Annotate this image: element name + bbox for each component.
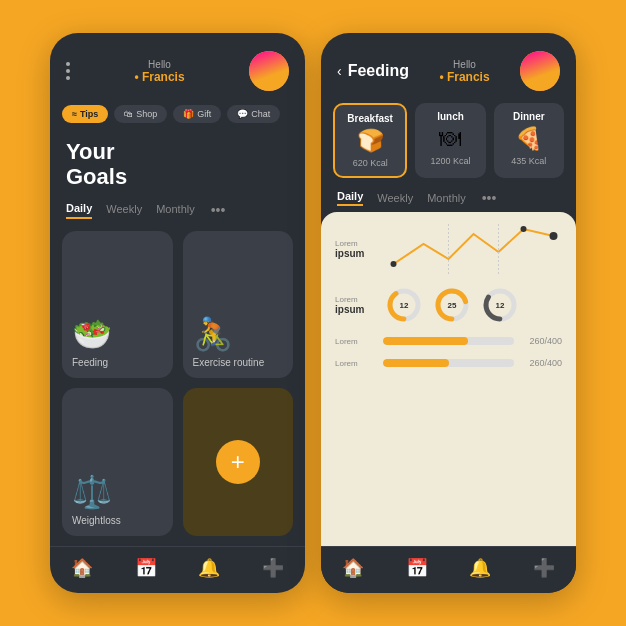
donut-label-sub: ipsum xyxy=(335,304,375,315)
donuts-group: 12 25 xyxy=(385,286,519,324)
nav-plus-icon[interactable]: ➕ xyxy=(262,557,284,579)
pill-chat[interactable]: 💬 Chat xyxy=(227,105,280,123)
gift-icon: 🎁 xyxy=(183,109,194,119)
tab-monthly[interactable]: Monthly xyxy=(156,203,195,218)
line-label-main: Lorem xyxy=(335,239,375,248)
pill-gift-label: Gift xyxy=(197,109,211,119)
avatar-2[interactable] xyxy=(520,51,560,91)
line-label-sub: ipsum xyxy=(335,248,375,259)
line-chart-svg xyxy=(385,224,562,274)
donut-3-val: 12 xyxy=(496,301,505,310)
donut-2-val: 25 xyxy=(448,301,457,310)
bar-2-value: 260/400 xyxy=(522,358,562,368)
lunch-name: lunch xyxy=(437,111,464,122)
breakfast-kcal: 620 Kcal xyxy=(353,158,388,168)
goal-card-feeding[interactable]: 🥗 Feeding xyxy=(62,231,173,379)
nav-home-icon[interactable]: 🏠 xyxy=(71,557,93,579)
nav-calendar-icon[interactable]: 📅 xyxy=(135,557,157,579)
nav-pills: ≈ Tips 🛍 Shop 🎁 Gift 💬 Chat xyxy=(50,99,305,129)
p2-nav-plus-icon[interactable]: ➕ xyxy=(533,557,555,579)
p2-tab-monthly[interactable]: Monthly xyxy=(427,192,466,204)
shop-icon: 🛍 xyxy=(124,109,133,119)
phone-2: ‹ Feeding Hello Francis Breakfast 🍞 620 … xyxy=(321,33,576,593)
goal-card-weightloss[interactable]: ⚖️ Weightloss xyxy=(62,388,173,536)
dinner-kcal: 435 Kcal xyxy=(511,156,546,166)
bottom-nav-1: 🏠 📅 🔔 ➕ xyxy=(50,546,305,593)
line-chart-row: Lorem ipsum xyxy=(335,224,562,274)
tab-daily[interactable]: Daily xyxy=(66,202,92,219)
tips-icon: ≈ xyxy=(72,109,77,119)
tab-more[interactable]: ••• xyxy=(211,202,226,218)
breakfast-name: Breakfast xyxy=(347,113,393,124)
line-chart-label: Lorem ipsum xyxy=(335,239,375,259)
weightloss-label: Weightloss xyxy=(72,515,121,526)
menu-dots[interactable] xyxy=(66,62,70,80)
bar-1-bg xyxy=(383,337,514,345)
goal-card-add[interactable]: + xyxy=(183,388,294,536)
dinner-name: Dinner xyxy=(513,111,545,122)
phones-container: Hello Francis ≈ Tips 🛍 Shop 🎁 Gift 💬 xyxy=(50,33,576,593)
goals-title: Your Goals xyxy=(50,129,305,194)
avatar-image xyxy=(249,51,289,91)
chart-area: Lorem ipsum Lorem ipsum xyxy=(321,212,576,546)
avatar[interactable] xyxy=(249,51,289,91)
donut-1: 12 xyxy=(385,286,423,324)
p2-nav-bell-icon[interactable]: 🔔 xyxy=(469,557,491,579)
feeding-title: Feeding xyxy=(348,62,409,80)
bar-2-fill xyxy=(383,359,449,367)
bar-1-fill xyxy=(383,337,468,345)
p2-tab-more[interactable]: ••• xyxy=(482,190,497,206)
goal-card-exercise[interactable]: 🚴 Exercise routine xyxy=(183,231,294,379)
weightloss-icon: ⚖️ xyxy=(72,473,112,511)
exercise-label: Exercise routine xyxy=(193,357,265,368)
pill-shop-label: Shop xyxy=(136,109,157,119)
p2-tab-daily[interactable]: Daily xyxy=(337,190,363,206)
pill-shop[interactable]: 🛍 Shop xyxy=(114,105,167,123)
pill-tips[interactable]: ≈ Tips xyxy=(62,105,108,123)
svg-point-2 xyxy=(550,232,558,240)
bar-row-1: Lorem 260/400 xyxy=(335,336,562,346)
feeding-label: Feeding xyxy=(72,357,108,368)
nav-bell-icon[interactable]: 🔔 xyxy=(198,557,220,579)
tab-row: Daily Weekly Monthly ••• xyxy=(50,194,305,227)
bar-2-label: Lorem xyxy=(335,359,375,368)
meal-cards: Breakfast 🍞 620 Kcal lunch 🍽 1200 Kcal D… xyxy=(321,99,576,186)
donut-3: 12 xyxy=(481,286,519,324)
chat-icon: 💬 xyxy=(237,109,248,119)
meal-card-dinner[interactable]: Dinner 🍕 435 Kcal xyxy=(494,103,564,178)
bar-1-label-text: Lorem xyxy=(335,337,375,346)
p2-nav-calendar-icon[interactable]: 📅 xyxy=(406,557,428,579)
meal-card-lunch[interactable]: lunch 🍽 1200 Kcal xyxy=(415,103,485,178)
exercise-icon: 🚴 xyxy=(193,315,233,353)
pill-gift[interactable]: 🎁 Gift xyxy=(173,105,221,123)
donut-label-main: Lorem xyxy=(335,295,375,304)
bar-2-label-text: Lorem xyxy=(335,359,375,368)
meal-card-breakfast[interactable]: Breakfast 🍞 620 Kcal xyxy=(333,103,407,178)
pill-tips-label: Tips xyxy=(80,109,98,119)
lunch-kcal: 1200 Kcal xyxy=(430,156,470,166)
goals-grid: 🥗 Feeding 🚴 Exercise routine ⚖️ Weightlo… xyxy=(50,227,305,546)
user-name-2: Francis xyxy=(439,70,489,84)
donut-1-val: 12 xyxy=(400,301,409,310)
phone2-header: ‹ Feeding Hello Francis xyxy=(321,33,576,99)
pill-chat-label: Chat xyxy=(251,109,270,119)
hello-text-2: Hello xyxy=(439,59,489,70)
tab-weekly[interactable]: Weekly xyxy=(106,203,142,218)
add-circle: + xyxy=(216,440,260,484)
p2-tab-weekly[interactable]: Weekly xyxy=(377,192,413,204)
user-name: Francis xyxy=(134,70,184,84)
dinner-icon: 🍕 xyxy=(515,126,542,152)
avatar-image-2 xyxy=(520,51,560,91)
back-button[interactable]: ‹ xyxy=(337,63,342,79)
donut-chart-label: Lorem ipsum xyxy=(335,295,375,315)
hello-block-2: Hello Francis xyxy=(439,59,489,84)
svg-point-0 xyxy=(391,261,397,267)
bar-1-value: 260/400 xyxy=(522,336,562,346)
svg-point-1 xyxy=(521,226,527,232)
phone-1: Hello Francis ≈ Tips 🛍 Shop 🎁 Gift 💬 xyxy=(50,33,305,593)
feeding-icon: 🥗 xyxy=(72,315,112,353)
p2-nav-home-icon[interactable]: 🏠 xyxy=(342,557,364,579)
bottom-nav-2: 🏠 📅 🔔 ➕ xyxy=(321,546,576,593)
bar-row-2: Lorem 260/400 xyxy=(335,358,562,368)
breakfast-icon: 🍞 xyxy=(357,128,384,154)
